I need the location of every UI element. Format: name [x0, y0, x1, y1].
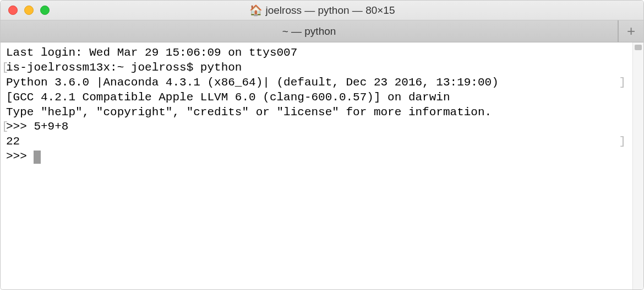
terminal-body: Last login: Wed Mar 29 15:06:09 on ttys0… [1, 42, 643, 289]
terminal-line: is-joelrossm13x:~ joelross$ python [6, 61, 627, 76]
maximize-button[interactable] [40, 6, 50, 15]
terminal-line: >>> 5+9+8 [6, 120, 627, 135]
close-button[interactable] [8, 6, 18, 15]
minimize-button[interactable] [24, 6, 34, 15]
cursor-icon [34, 151, 41, 164]
terminal-prompt-line: >>> [6, 149, 627, 164]
terminal-line: [GCC 4.2.1 Compatible Apple LLVM 6.0 (cl… [6, 90, 627, 105]
terminal-window: 🏠 joelross — python — 80×15 ~ — python +… [0, 0, 644, 290]
tab-label: ~ — python [282, 25, 336, 37]
terminal-content[interactable]: Last login: Wed Mar 29 15:06:09 on ttys0… [1, 42, 632, 289]
window-title: joelross — python — 80×15 [266, 4, 395, 17]
terminal-line: Last login: Wed Mar 29 15:06:09 on ttys0… [6, 46, 627, 61]
terminal-line: 22 [6, 135, 627, 149]
window-title-container: 🏠 joelross — python — 80×15 [1, 4, 643, 17]
traffic-lights [1, 6, 50, 15]
terminal-prompt: >>> [6, 150, 34, 163]
scrollbar[interactable] [632, 42, 643, 289]
new-tab-button[interactable]: + [618, 20, 643, 42]
tab-python[interactable]: ~ — python [1, 20, 618, 42]
plus-icon: + [627, 23, 635, 40]
scrollbar-thumb[interactable] [635, 45, 642, 50]
terminal-line: Python 3.6.0 |Anaconda 4.3.1 (x86_64)| (… [6, 76, 627, 90]
titlebar: 🏠 joelross — python — 80×15 [1, 1, 643, 20]
home-icon: 🏠 [249, 4, 263, 17]
tab-bar: ~ — python + [1, 20, 643, 42]
terminal-line: Type "help", "copyright", "credits" or "… [6, 105, 627, 120]
